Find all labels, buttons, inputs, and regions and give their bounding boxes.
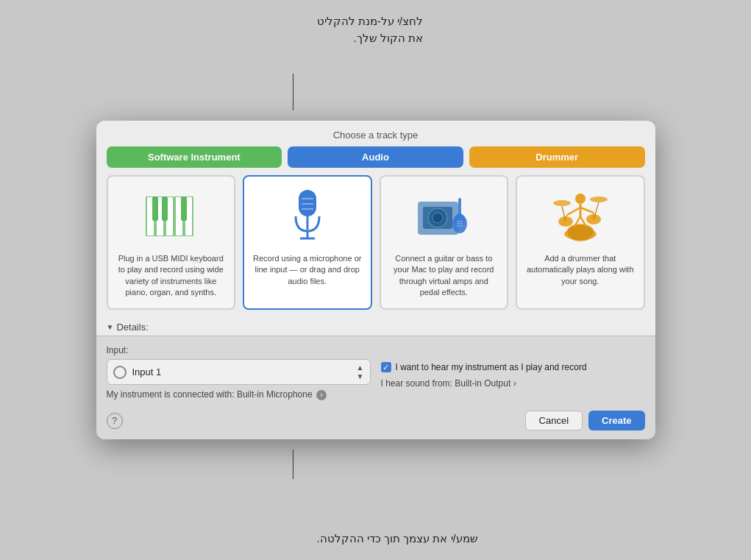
- details-triangle: ▼: [107, 323, 114, 331]
- guitar-card[interactable]: Connect a guitar or bass to your Mac to …: [380, 175, 509, 311]
- input-label: Input:: [107, 345, 645, 355]
- connected-info: My instrument is connected with: Built-i…: [107, 389, 371, 400]
- svg-line-33: [567, 208, 580, 215]
- stepper-up-icon[interactable]: ▲: [357, 364, 364, 372]
- input-right: ✓ I want to hear my instrument as I play…: [381, 359, 645, 389]
- hear-sound-arrow-icon[interactable]: ›: [513, 378, 516, 389]
- dialog-title: Choose a track type: [96, 121, 655, 146]
- svg-rect-8: [299, 190, 316, 216]
- tooltip-top: לחצ/י על-מנת להקליטאת הקול שלך.: [317, 13, 424, 46]
- dialog: Choose a track type Software Instrument …: [96, 121, 655, 439]
- microphone-desc: Record using a microphone or line input …: [253, 253, 362, 287]
- drummer-button[interactable]: Drummer: [469, 146, 645, 168]
- tooltip-bottom: שמע/י את עצמך תוך כדי ההקלטה.: [317, 531, 478, 547]
- software-instrument-button[interactable]: Software Instrument: [107, 146, 282, 168]
- audio-button[interactable]: Audio: [288, 146, 463, 168]
- hear-instrument-checkbox-row: ✓ I want to hear my instrument as I play…: [381, 362, 645, 372]
- svg-point-25: [553, 200, 571, 206]
- bottom-panel: Input: Input 1 ▲ ▼ My instrument is conn…: [96, 336, 655, 439]
- help-button[interactable]: ?: [107, 413, 123, 429]
- microphone-icon: [278, 187, 337, 246]
- drummer-card[interactable]: Add a drummer that automatically plays a…: [516, 175, 645, 311]
- svg-point-26: [590, 196, 608, 202]
- stepper-down-icon[interactable]: ▼: [357, 372, 364, 380]
- footer-row: ? Cancel Create: [107, 411, 645, 430]
- checkmark-icon: ✓: [382, 364, 389, 372]
- input-circle-icon: [113, 366, 127, 379]
- svg-rect-7: [181, 196, 187, 221]
- svg-point-28: [567, 224, 594, 241]
- drummer-desc: Add a drummer that automatically plays a…: [526, 253, 635, 287]
- create-button[interactable]: Create: [588, 411, 644, 430]
- track-type-buttons: Software Instrument Audio Drummer: [96, 146, 655, 175]
- connected-arrow-icon[interactable]: ›: [316, 390, 327, 400]
- cancel-button[interactable]: Cancel: [525, 411, 583, 430]
- svg-point-18: [433, 213, 443, 223]
- hear-sound-info: I hear sound from: Built-in Output ›: [381, 378, 645, 389]
- svg-rect-6: [162, 196, 168, 221]
- tooltip-bottom-line: [293, 450, 293, 479]
- guitar-desc: Connect a guitar or bass to your Mac to …: [390, 253, 499, 299]
- input-left: Input 1 ▲ ▼ My instrument is connected w…: [107, 359, 371, 400]
- input-select-text: Input 1: [132, 366, 351, 378]
- connected-with-prefix: My instrument is connected with:: [107, 389, 235, 400]
- hear-sound-prefix: I hear sound from:: [381, 378, 452, 389]
- drummer-icon: [551, 187, 610, 246]
- details-section: ▼ Details:: [96, 317, 655, 336]
- hear-instrument-checkbox[interactable]: ✓: [381, 362, 391, 372]
- connected-with-value: Built-in Microphone: [237, 389, 313, 400]
- software-instrument-card[interactable]: Plug in a USB MIDI keyboard to play and …: [107, 175, 236, 311]
- input-stepper[interactable]: ▲ ▼: [357, 364, 364, 380]
- svg-point-31: [575, 194, 586, 204]
- svg-rect-5: [152, 196, 158, 221]
- hear-instrument-label: I want to hear my instrument as I play a…: [396, 362, 587, 372]
- svg-line-34: [580, 208, 594, 213]
- input-select[interactable]: Input 1 ▲ ▼: [107, 359, 371, 385]
- svg-rect-21: [458, 198, 461, 221]
- cards-area: Plug in a USB MIDI keyboard to play and …: [96, 175, 655, 318]
- details-label: Details:: [116, 322, 148, 333]
- guitar-icon: [414, 187, 473, 246]
- tooltip-top-line: [293, 74, 293, 110]
- software-instrument-desc: Plug in a USB MIDI keyboard to play and …: [117, 253, 226, 299]
- microphone-card[interactable]: Record using a microphone or line input …: [243, 175, 372, 311]
- input-row: Input 1 ▲ ▼ My instrument is connected w…: [107, 359, 645, 400]
- piano-icon: [141, 187, 200, 246]
- action-buttons: Cancel Create: [525, 411, 645, 430]
- hear-sound-value: Built-in Output: [455, 378, 510, 389]
